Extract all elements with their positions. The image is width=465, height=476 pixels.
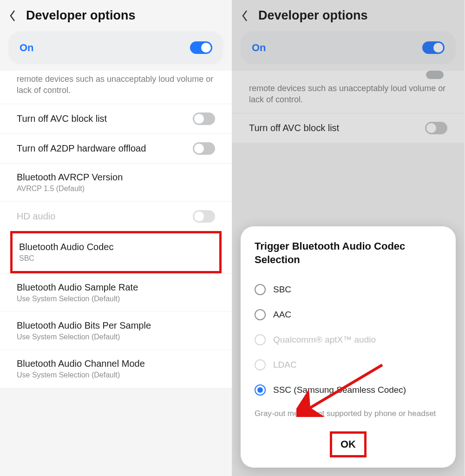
codec-option-ssc[interactable]: SSC (Samsung Seamless Codec) <box>255 377 442 403</box>
setting-title: Turn off A2DP hardware offload <box>17 143 146 154</box>
setting-switch <box>193 210 215 223</box>
setting-switch[interactable] <box>425 122 447 134</box>
screenshot-right: Developer options On remote devices such… <box>232 0 465 476</box>
setting-switch[interactable] <box>193 112 215 125</box>
dialog-note: Gray-out means not supported by phone or… <box>255 409 442 418</box>
setting-sub: Use System Selection (Default) <box>17 295 138 303</box>
setting-avc-block-list[interactable]: Turn off AVC block list <box>0 104 232 133</box>
section-description-truncated: remote devices such as unacceptably loud… <box>0 71 232 104</box>
master-toggle-switch[interactable] <box>190 41 212 54</box>
dialog-actions: OK <box>255 431 442 457</box>
settings-list: Turn off AVC block list Turn off A2DP ha… <box>0 104 232 388</box>
setting-sample-rate[interactable]: Bluetooth Audio Sample Rate Use System S… <box>0 273 232 311</box>
setting-sub: Use System Selection (Default) <box>17 333 151 341</box>
radio-label: AAC <box>273 310 291 320</box>
setting-avc-block-list[interactable]: Turn off AVC block list <box>232 113 464 143</box>
radio-icon <box>255 384 266 396</box>
radio-icon <box>255 359 266 370</box>
master-toggle-row[interactable]: On <box>241 31 456 64</box>
codec-option-aptx: Qualcomm® aptX™ audio <box>255 327 442 352</box>
back-icon[interactable] <box>7 11 18 21</box>
radio-icon <box>255 284 266 295</box>
codec-option-sbc[interactable]: SBC <box>255 277 442 302</box>
setting-bits-per-sample[interactable]: Bluetooth Audio Bits Per Sample Use Syst… <box>0 311 232 350</box>
setting-title: Bluetooth Audio Channel Mode <box>17 358 145 369</box>
radio-icon <box>255 309 266 320</box>
dialog-title: Trigger Bluetooth Audio Codec Selection <box>255 239 442 267</box>
master-toggle-label: On <box>20 42 34 54</box>
setting-title: Bluetooth Audio Codec <box>19 242 114 252</box>
setting-sub: Use System Selection (Default) <box>17 371 145 379</box>
codec-option-aac[interactable]: AAC <box>255 302 442 327</box>
page-title: Developer options <box>258 8 368 23</box>
setting-sub: AVRCP 1.5 (Default) <box>17 185 123 193</box>
header: Developer options <box>0 0 232 31</box>
setting-title: Bluetooth AVRCP Version <box>17 172 123 183</box>
setting-avrcp-version[interactable]: Bluetooth AVRCP Version AVRCP 1.5 (Defau… <box>0 163 232 201</box>
setting-a2dp-offload[interactable]: Turn off A2DP hardware offload <box>0 133 232 163</box>
setting-bluetooth-audio-codec[interactable]: Bluetooth Audio Codec SBC <box>10 231 222 273</box>
setting-title: Turn off AVC block list <box>249 123 339 133</box>
ok-button[interactable]: OK <box>341 438 356 450</box>
master-toggle-row[interactable]: On <box>8 31 223 64</box>
codec-selection-dialog: Trigger Bluetooth Audio Codec Selection … <box>241 226 456 468</box>
codec-option-ldac: LDAC <box>255 352 442 377</box>
setting-title: Turn off AVC block list <box>17 113 107 124</box>
radio-icon <box>255 334 266 345</box>
radio-label: Qualcomm® aptX™ audio <box>273 335 376 345</box>
radio-label: LDAC <box>273 360 297 370</box>
setting-title: Bluetooth Audio Sample Rate <box>17 282 138 293</box>
setting-switch[interactable] <box>193 142 215 155</box>
setting-channel-mode[interactable]: Bluetooth Audio Channel Mode Use System … <box>0 350 232 388</box>
radio-label: SBC <box>273 284 291 295</box>
setting-hd-audio: HD audio <box>0 201 232 231</box>
setting-sub: SBC <box>19 254 114 263</box>
annotation-highlight: OK <box>330 431 367 457</box>
header: Developer options <box>232 0 464 31</box>
screenshot-left: Developer options On remote devices such… <box>0 0 232 476</box>
page-title: Developer options <box>26 8 136 23</box>
setting-title: HD audio <box>17 211 55 222</box>
radio-label: SSC (Samsung Seamless Codec) <box>273 385 406 395</box>
master-toggle-label: On <box>252 42 266 54</box>
back-icon[interactable] <box>240 11 250 21</box>
master-toggle-switch[interactable] <box>422 41 445 54</box>
partial-switch-icon <box>426 71 444 79</box>
settings-list: Turn off AVC block list <box>232 113 464 143</box>
setting-title: Bluetooth Audio Bits Per Sample <box>17 320 151 331</box>
section-description-truncated: remote devices such as unacceptably loud… <box>232 80 464 113</box>
